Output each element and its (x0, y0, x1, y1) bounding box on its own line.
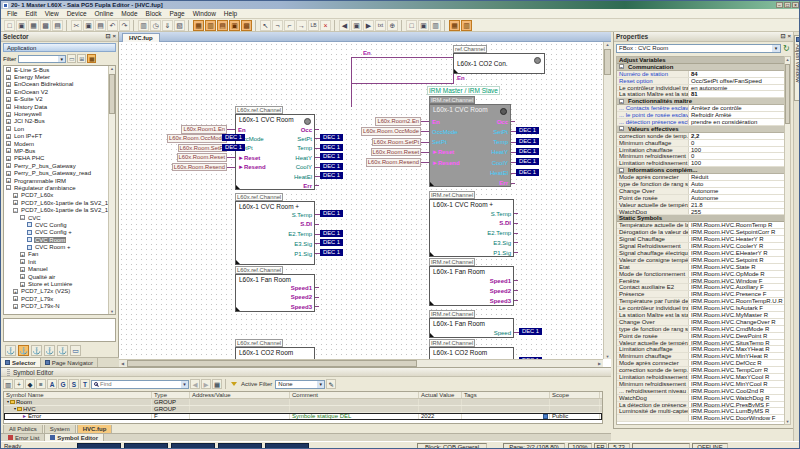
property-value[interactable]: en autonomie (689, 85, 784, 91)
undo-button[interactable]: ↶ (107, 20, 118, 31)
expand-icon[interactable]: + (13, 289, 18, 294)
fbox-resize-handle[interactable] (430, 333, 434, 337)
property-value[interactable]: IRM.Room.HVC.RoomTempR.U.R (689, 298, 784, 304)
table-row[interactable]: ▾RoomGROUP (4, 399, 602, 406)
hscroll-thumb[interactable] (127, 360, 417, 367)
tab-error-list[interactable]: Error List (3, 434, 45, 441)
expand-icon[interactable]: + (6, 126, 11, 131)
expand-icon[interactable]: + (20, 282, 25, 287)
prev-result-button[interactable]: ◀ (190, 379, 200, 389)
tree-item[interactable]: CVC Config + (4, 229, 115, 236)
filter-a-button[interactable]: A (47, 379, 57, 389)
menu-item-help[interactable]: Help (224, 10, 237, 17)
paste-button[interactable]: ▤ (95, 20, 106, 31)
tree-item[interactable]: +MP-Bus (4, 147, 115, 154)
property-value[interactable]: 0 (689, 153, 784, 159)
fbox-resize-handle[interactable] (236, 307, 240, 311)
tree-item[interactable]: +Fan (4, 251, 115, 258)
chevron-down-icon[interactable]: ▾ (772, 45, 780, 52)
zoom-tool-button[interactable]: ⊕ (387, 20, 398, 31)
table-row[interactable]: ▾HVCGROUP (4, 406, 602, 413)
property-value[interactable]: IRM.Room.HVC.SetpointCorr R (689, 229, 784, 235)
tree-item[interactable]: +Perry_P_bus_Gateway_read (4, 169, 115, 176)
property-value[interactable]: IRM.Room.HVC.SitusTemp R (689, 340, 784, 346)
expand-icon[interactable]: + (6, 97, 11, 102)
collapse-icon[interactable]: − (619, 168, 624, 173)
redo-button[interactable]: ↷ (119, 20, 130, 31)
property-value[interactable]: IRM.Room.HVC.PresByMS F (689, 402, 784, 408)
anchor-icon-1[interactable]: ⚓ (5, 345, 16, 356)
collapse-icon[interactable]: − (619, 64, 624, 69)
tree-item[interactable]: +JCI N2-Bus (4, 118, 115, 125)
property-value[interactable]: IRM.Room.HVC.IsAutark F (689, 305, 784, 311)
page-setup-button[interactable]: ▥ (430, 20, 441, 31)
tree-scrollbar[interactable]: ▲▼ (108, 66, 115, 314)
expand-icon[interactable]: + (20, 259, 25, 264)
print-button[interactable]: ▤ (52, 20, 63, 31)
property-value[interactable]: IRM.Room.HVC.State R (689, 264, 784, 270)
property-value[interactable]: IRM.Room.HVC.Auxiliary F (689, 284, 784, 290)
expand-icon[interactable]: + (6, 82, 11, 87)
maximize-button[interactable]: □ (784, 2, 791, 8)
fbox-block[interactable]: L60x-1 Fan RoomSpeed1Speed2Speed3 (429, 266, 514, 306)
properties-scrollbar[interactable]: ▲▼ (784, 56, 791, 425)
view-columns-button[interactable]: ▥ (3, 379, 13, 389)
view-mode-icon[interactable]: ▦ (87, 54, 96, 63)
menu-item-file[interactable]: File (7, 10, 17, 17)
expand-icon[interactable]: + (6, 75, 11, 80)
edit-filter-button[interactable]: ✎ (326, 379, 336, 389)
expand-icon[interactable]: + (13, 304, 18, 309)
pin-icon[interactable]: ⊡ (105, 33, 110, 40)
property-value[interactable]: IRM.Room.HVC.Setpoint R (689, 257, 784, 263)
save-all-button[interactable]: ▩ (40, 20, 51, 31)
property-value[interactable]: IRM.Room.HVC.DoorWindow F (689, 415, 784, 421)
tree-item[interactable]: −Régulateur d'ambiance (4, 184, 115, 191)
text-tool-button[interactable]: txt (375, 20, 386, 31)
expand-icon[interactable]: + (6, 89, 11, 94)
fbox-resize-handle[interactable] (236, 260, 240, 264)
property-value[interactable]: IRM.Room.HVC.DefOcc R (689, 360, 784, 366)
tree-item[interactable]: +PCD7_L79x-N (4, 303, 115, 310)
tree-item[interactable]: +Honeywell (4, 110, 115, 117)
anchor-icon-2[interactable]: ⚓ (18, 345, 29, 356)
new-page-button[interactable]: □ (406, 20, 417, 31)
build-button[interactable]: ▥ (138, 20, 149, 31)
fbox-block[interactable]: L60x-1 CVC RoomEnOccModeSetPt►Reset►Rese… (429, 104, 511, 187)
property-value[interactable]: IRM.Room.HVC.MinYCool R (689, 381, 784, 387)
chevron-down-icon[interactable]: ▾ (181, 381, 188, 388)
tree-item[interactable]: +PCD7_L60x-1partie de la SV2_11 (4, 199, 115, 206)
tree-item[interactable]: +PCD7_L60x (4, 192, 115, 199)
fbox-block[interactable]: L60x-1 CVC Room +S.TempS.DIE2.TempE3.Sig… (235, 201, 315, 265)
goto-symbol-button[interactable]: ◆ (25, 379, 35, 389)
property-value[interactable]: 100 (689, 160, 784, 166)
tree-item[interactable]: +E-Line S-Bus (4, 66, 115, 73)
tree-item[interactable]: +E-Suite V2 (4, 96, 115, 103)
menu-item-window[interactable]: Window (193, 10, 216, 17)
collapse-icon[interactable]: − (13, 208, 18, 213)
tree-item[interactable]: +Init (4, 258, 115, 265)
menu-item-edit[interactable]: Edit (25, 10, 36, 17)
tree-item[interactable]: +EnOcean Bidirektional (4, 81, 115, 88)
property-value[interactable]: IRM.Room.HVC.Presence F (689, 291, 784, 297)
vscroll-thumb[interactable] (604, 49, 611, 75)
expand-icon[interactable]: + (20, 267, 25, 272)
tree-item[interactable]: +Programmable IRM (4, 177, 115, 184)
expand-levels-button[interactable]: ≡ (36, 379, 46, 389)
connector-stretch-button[interactable]: → (296, 20, 307, 31)
adjust-window-tab[interactable]: Adjust Window (794, 35, 800, 101)
property-value[interactable]: 0 (689, 140, 784, 146)
next-result-button[interactable]: ▶ (201, 379, 211, 389)
property-value[interactable]: 100 (689, 147, 784, 153)
canvas-hscrollbar[interactable]: ◀▶ (119, 359, 603, 367)
download-button[interactable]: ⇓ (162, 20, 173, 31)
tree-scroll-down[interactable]: ▼ (109, 309, 115, 314)
expand-icon[interactable]: + (20, 274, 25, 279)
fbox-selector-combo[interactable]: FBox : CVC Room▾ (616, 44, 781, 53)
copy-button[interactable]: ▣ (83, 20, 94, 31)
tree-scroll-thumb[interactable] (109, 74, 115, 114)
property-value[interactable]: 81 (689, 91, 784, 97)
expand-icon[interactable]: + (6, 163, 11, 168)
property-value[interactable]: IRM.Room.HVC.MyMaster R (689, 312, 784, 318)
property-value[interactable]: IRM.Room.HVC.TempCorr R (689, 367, 784, 373)
menu-item-mode[interactable]: Mode (121, 10, 137, 17)
